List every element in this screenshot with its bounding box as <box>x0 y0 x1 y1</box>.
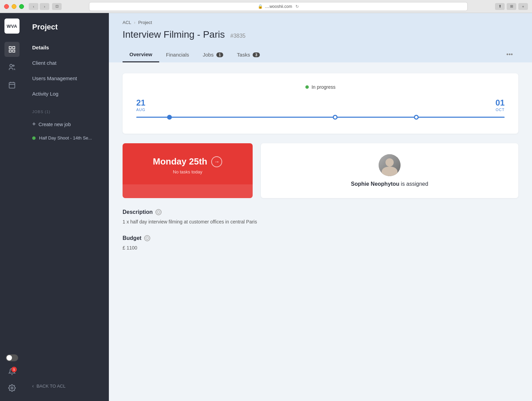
forward-button[interactable]: › <box>40 3 49 10</box>
breadcrumb: ACL › Project <box>123 20 518 25</box>
tab-overview[interactable]: Overview <box>123 47 159 62</box>
arrow-icon: → <box>214 159 219 165</box>
minimize-window-button[interactable] <box>12 4 16 9</box>
svg-rect-1 <box>13 47 15 49</box>
create-new-job-button[interactable]: + Create new job <box>24 117 109 132</box>
budget-value: £ 1100 <box>123 244 518 252</box>
back-to-acl-button[interactable]: ‹ BACK TO ACL <box>24 378 109 394</box>
new-tab-button[interactable]: + <box>518 3 528 10</box>
breadcrumb-project: Project <box>138 20 152 25</box>
jobs-section-label: JOBS (1) <box>24 101 109 117</box>
timeline-end: 01 OCT <box>495 98 505 112</box>
chevron-left-icon: ‹ <box>32 383 34 389</box>
avatar-face <box>379 154 401 176</box>
reader-button[interactable]: ⊞ <box>507 3 516 10</box>
projects-icon[interactable] <box>4 42 20 57</box>
project-title-row: Interview Filming - Paris #3835 <box>123 29 518 40</box>
budget-label: Budget <box>123 235 141 241</box>
calendar-icon[interactable] <box>4 77 20 93</box>
window-chrome: ‹ › ⊡ 🔒 ....wooshii.com ↻ ⬆ ⊞ + <box>0 0 532 13</box>
date-card-subtitle: No tasks today <box>173 169 202 174</box>
description-label-row: Description i <box>123 209 518 215</box>
date-card-arrow-button[interactable]: → <box>211 156 222 167</box>
assigned-name: Sophie Neophytou is assigned <box>351 181 428 187</box>
sidebar-item-activity-log[interactable]: Activity Log <box>24 86 109 101</box>
tasks-badge: 3 <box>253 52 259 57</box>
project-title: Interview Filming - Paris <box>123 29 225 40</box>
reload-icon[interactable]: ↻ <box>295 4 299 9</box>
tabs-row: Overview Financials Jobs 1 Tasks 3 ••• <box>123 47 518 62</box>
date-card-title: Monday 25th <box>153 156 207 167</box>
rail-bottom: 1 <box>6 354 18 401</box>
create-job-label: Create new job <box>39 122 71 127</box>
main-header: ACL › Project Interview Filming - Paris … <box>109 13 532 62</box>
cards-row: Monday 25th → No tasks today <box>123 143 518 198</box>
project-id: #3835 <box>230 33 246 39</box>
date-card-inner: Monday 25th → No tasks today <box>123 143 253 184</box>
end-date-mon: OCT <box>496 108 505 112</box>
fullscreen-window-button[interactable] <box>19 4 24 9</box>
sidebar-title: Project <box>24 13 109 40</box>
tab-tasks[interactable]: Tasks 3 <box>230 48 266 62</box>
toggle-switch[interactable] <box>6 354 18 361</box>
settings-button[interactable] <box>6 382 18 394</box>
end-date-num: 01 <box>495 98 505 108</box>
timeline-dots <box>136 114 505 120</box>
users-icon[interactable] <box>4 60 20 75</box>
svg-point-5 <box>13 65 14 66</box>
back-button[interactable]: ‹ <box>29 3 38 10</box>
svg-rect-6 <box>9 83 15 88</box>
notification-badge: 1 <box>11 367 17 372</box>
status-text: In progress <box>312 84 335 90</box>
budget-section: Budget i £ 1100 <box>123 235 518 252</box>
date-card-footer <box>123 184 253 198</box>
traffic-lights <box>4 4 24 9</box>
close-window-button[interactable] <box>4 4 9 9</box>
timeline-dates: 21 AUG 01 OCT <box>136 98 505 112</box>
theme-toggle[interactable] <box>6 354 18 361</box>
expand-button[interactable]: ⊡ <box>52 3 62 10</box>
notifications-button[interactable]: 1 <box>6 365 18 378</box>
sidebar-item-client-chat[interactable]: Client chat <box>24 55 109 71</box>
timeline-dot-start <box>167 115 172 120</box>
start-date-num: 21 <box>136 98 145 108</box>
icon-rail: WVA <box>0 13 24 401</box>
logo: WVA <box>4 19 20 34</box>
url-text: ....wooshii.com <box>265 4 292 9</box>
tab-jobs[interactable]: Jobs 1 <box>196 48 230 62</box>
plus-icon: + <box>32 121 36 128</box>
sidebar-item-users-management[interactable]: Users Management <box>24 71 109 86</box>
sidebar: Project Details Client chat Users Manage… <box>24 13 109 401</box>
jobs-badge: 1 <box>216 52 223 57</box>
assigned-card: Sophie Neophytou is assigned <box>261 143 518 198</box>
avatar <box>379 154 401 176</box>
description-info-icon[interactable]: i <box>155 209 162 215</box>
date-card-main: Monday 25th → <box>153 156 223 167</box>
breadcrumb-separator: › <box>134 20 135 25</box>
start-date-mon: AUG <box>136 108 145 112</box>
tabs-more-button[interactable]: ••• <box>501 47 518 62</box>
share-button[interactable]: ⬆ <box>495 3 505 10</box>
job-list-item[interactable]: Half Day Shoot - 14th Se... <box>24 132 109 144</box>
sidebar-item-details[interactable]: Details <box>24 40 109 55</box>
lock-icon: 🔒 <box>258 4 263 9</box>
sidebar-nav: Details Client chat Users Management Act… <box>24 40 109 101</box>
timeline-bar <box>136 114 505 120</box>
job-label: Half Day Shoot - 14th Se... <box>39 135 92 141</box>
svg-point-10 <box>11 387 13 389</box>
timeline-card: In progress 21 AUG 01 OCT <box>123 73 518 134</box>
content-body: In progress 21 AUG 01 OCT <box>109 62 532 401</box>
main-content: ACL › Project Interview Filming - Paris … <box>109 13 532 401</box>
breadcrumb-acl[interactable]: ACL <box>123 20 131 25</box>
tab-financials[interactable]: Financials <box>159 48 196 62</box>
timeline-dot-mid1 <box>333 115 338 120</box>
svg-rect-2 <box>9 50 11 52</box>
budget-label-row: Budget i <box>123 235 518 241</box>
status-dot <box>305 85 309 89</box>
svg-rect-0 <box>9 47 11 49</box>
address-bar[interactable]: 🔒 ....wooshii.com ↻ <box>89 2 468 11</box>
budget-info-icon[interactable]: i <box>144 235 150 241</box>
svg-rect-3 <box>13 50 15 52</box>
timeline-dot-mid2 <box>414 115 419 120</box>
window-right-buttons: ⬆ ⊞ + <box>495 3 528 10</box>
